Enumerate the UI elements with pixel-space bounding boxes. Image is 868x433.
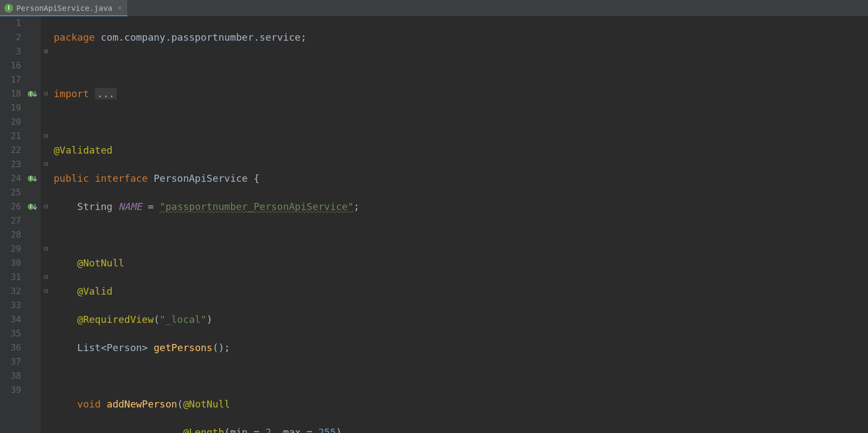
close-icon[interactable]: × (118, 4, 122, 12)
svg-text:I: I (30, 175, 31, 181)
fold-collapse-icon[interactable]: ⊟ (41, 129, 52, 143)
line-number: 29 (0, 242, 21, 256)
line-number-gutter: 1 2 3 16 17 18 19 20 21 22 23 24 25 26 2… (0, 16, 25, 433)
svg-text:I: I (30, 91, 31, 97)
code-editor[interactable]: 1 2 3 16 17 18 19 20 21 22 23 24 25 26 2… (0, 16, 868, 433)
line-number: 38 (0, 369, 21, 383)
interface-icon: I (4, 4, 13, 12)
line-number: 18 (0, 87, 21, 101)
line-number: 26 (0, 200, 21, 214)
tab-bar: I PersonApiService.java × (0, 0, 868, 16)
fold-collapse-icon[interactable]: ⊟ (41, 284, 52, 298)
code-line: @Length(min = 2, max = 255) (54, 425, 868, 433)
code-line: @RequiredView("_local") (54, 313, 868, 327)
svg-text:I: I (30, 203, 31, 209)
code-line (54, 369, 868, 383)
fold-expand-icon[interactable]: ⊞ (41, 44, 52, 59)
code-line: @Validated (54, 143, 868, 157)
fold-collapse-icon[interactable]: ⊟ (41, 270, 52, 284)
line-number: 37 (0, 355, 21, 369)
line-number: 28 (0, 228, 21, 242)
fold-gutter: ⊞ ⊟ ⊟ ⊟ ⊟ ⊟ ⊟ ⊟ (41, 16, 52, 433)
code-line: void addNewPerson(@NotNull (54, 397, 868, 411)
line-number: 19 (0, 101, 21, 115)
tab-filename: PersonApiService.java (16, 4, 112, 12)
line-number: 17 (0, 73, 21, 87)
line-number: 22 (0, 143, 21, 157)
line-number: 32 (0, 284, 21, 298)
line-number: 3 (0, 44, 21, 59)
line-number: 27 (0, 214, 21, 228)
line-number: 39 (0, 383, 21, 397)
line-number: 23 (0, 157, 21, 171)
code-line: @NotNull (54, 256, 868, 270)
editor-tab[interactable]: I PersonApiService.java × (0, 0, 128, 16)
code-line: import ... (54, 87, 868, 101)
line-number: 2 (0, 30, 21, 44)
code-line: public interface PersonApiService { (54, 171, 868, 186)
implemented-marker-icon[interactable]: I (27, 173, 38, 184)
line-number: 34 (0, 313, 21, 327)
fold-collapse-icon[interactable]: ⊟ (41, 87, 52, 101)
line-number: 24 (0, 171, 21, 186)
code-line (54, 59, 868, 73)
fold-collapse-icon[interactable]: ⊟ (41, 200, 52, 214)
code-line: package com.company.passportnumber.servi… (54, 30, 868, 44)
code-area[interactable]: package com.company.passportnumber.servi… (52, 16, 868, 433)
line-number: 25 (0, 186, 21, 200)
fold-collapse-icon[interactable]: ⊟ (41, 242, 52, 256)
line-number: 20 (0, 115, 21, 129)
code-line (54, 228, 868, 242)
code-line: List<Person> getPersons(); (54, 341, 868, 355)
line-number: 35 (0, 327, 21, 341)
implemented-marker-icon[interactable]: I (27, 88, 38, 99)
line-number: 1 (0, 16, 21, 30)
code-line: String NAME = "passportnumber_PersonApiS… (54, 200, 868, 214)
marker-gutter: I I I (25, 16, 41, 433)
fold-collapse-icon[interactable]: ⊟ (41, 157, 52, 171)
line-number: 33 (0, 298, 21, 313)
code-line (54, 115, 868, 129)
line-number: 30 (0, 256, 21, 270)
line-number: 16 (0, 59, 21, 73)
code-line: @Valid (54, 284, 868, 298)
line-number: 36 (0, 341, 21, 355)
implemented-marker-icon[interactable]: I (27, 201, 38, 212)
line-number: 21 (0, 129, 21, 143)
line-number: 31 (0, 270, 21, 284)
